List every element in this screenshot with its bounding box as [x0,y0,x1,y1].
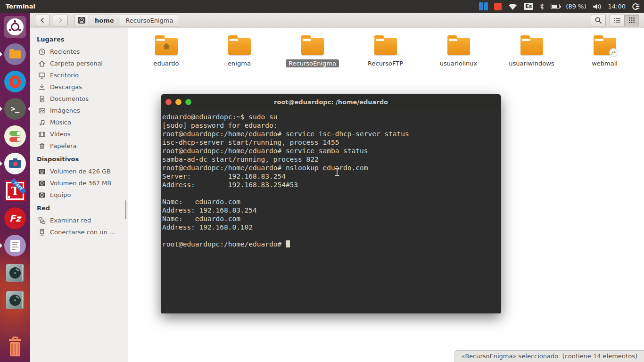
sidebar-item-volumen-426gb[interactable]: Volumen de 426 GB [30,165,128,177]
folder-icon [520,38,543,55]
list-view-icon [613,16,621,24]
terminal-window[interactable]: root@eduardopc: /home/eduardo eduardo@ed… [161,94,501,313]
battery-icon[interactable] [551,4,560,9]
sidebar-section-red: Red [30,201,128,214]
terminal-line: Address: 192.168.83.254 [162,206,257,214]
file-webmail[interactable]: webmail [568,35,641,67]
trash-icon [38,142,46,150]
sidebar-item-examinar-red[interactable]: Examinar red [30,214,128,226]
focused-app-title[interactable]: Terminal [4,3,35,10]
terminal-body[interactable]: eduardo@eduardopc:~$ sudo su [sudo] pass… [161,110,501,313]
sidebar-item-papelera[interactable]: Papelera [30,140,128,152]
sidebar-item-carpeta-personal[interactable]: Carpeta personal [30,58,128,69]
disk-icon [38,168,46,175]
breadcrumb-recursoenigma[interactable]: RecursoEnigma [120,15,180,26]
terminal-line: root@eduardopc:/home/eduardo# service is… [162,130,409,138]
fz-letters: Fz [9,213,21,223]
record-indicator-icon[interactable] [494,3,502,10]
keyboard-layout-indicator[interactable]: Es [524,3,533,10]
trash-icon [7,337,23,357]
sidebar-item-conectarse[interactable]: Conectarse con un ... [30,226,128,238]
launcher-item-files[interactable] [0,43,30,66]
wifi-icon[interactable] [508,3,518,10]
focused-indicator-arrow [28,107,30,111]
clock-icon [38,48,46,56]
sidebar-item-recientes[interactable]: Recientes [30,46,128,58]
volume-icon[interactable] [593,3,602,10]
file-usuariwindows[interactable]: usuariwindows [495,35,568,67]
desktop: Terminal Es (89 %) 14:00 >_ [0,0,644,362]
opera-browser-icon [4,71,26,92]
home-emblem-icon [162,42,171,50]
launcher-item-opera[interactable] [0,70,30,93]
sidebar-item-descargas[interactable]: Descargas [30,81,128,93]
files-icon [4,43,26,65]
folder-icon [228,38,251,55]
terminal-line: Address: 192.168.0.102 [162,223,253,231]
file-recursoftp[interactable]: RecursoFTP [349,35,422,67]
disk-icon [38,180,46,187]
mouse-cursor-ibeam [334,168,340,178]
video-icon [38,131,46,138]
disk-volume-icon [6,291,24,309]
grid-view-button[interactable] [624,15,639,26]
forward-button[interactable] [53,15,68,26]
file-enigma[interactable]: enigma [203,35,276,67]
folder-icon [447,38,470,55]
launcher-item-dash[interactable] [0,16,30,38]
launcher-item-trash[interactable] [0,337,30,357]
grid-view-icon [628,16,636,24]
running-indicator-arrow [0,52,2,57]
sidebar-item-videos[interactable]: Vídeos [30,128,128,140]
places-sidebar: Lugares Recientes Carpeta personal Escri… [30,28,128,362]
bluetooth-icon[interactable] [539,3,545,10]
terminal-line: root@eduardopc:/home/eduardo# service sa… [162,147,368,155]
clock[interactable]: 14:00 [608,3,626,10]
sidebar-item-escritorio[interactable]: Escritorio [30,69,128,81]
launcher-item-text-editor[interactable] [0,234,30,257]
system-tray: Es (89 %) 14:00 [479,2,640,11]
launcher-item-filezilla[interactable]: Fz [0,207,30,230]
close-button[interactable] [165,99,172,105]
breadcrumb-home[interactable]: home [89,15,120,26]
window-controls [165,94,191,110]
sidebar-item-musica[interactable]: Música [30,116,128,128]
sidebar-item-imagenes[interactable]: Imágenes [30,105,128,116]
launcher-item-volume-1[interactable] [0,262,30,284]
launcher-item-toggles[interactable] [0,125,30,148]
location-root-button[interactable] [74,15,89,26]
minimize-button[interactable] [175,99,182,105]
launcher-item-teamviewer[interactable]: TFREE [0,180,30,202]
launcher-item-terminal[interactable]: >_ [0,98,30,120]
sidebar-item-volumen-367mb[interactable]: Volumen de 367 MB [30,177,128,189]
sidebar-item-documentos[interactable]: Documentos [30,93,128,105]
sidebar-scrollbar[interactable] [125,200,126,219]
terminal-line: eduardo@eduardopc:~$ sudo su [162,113,277,121]
terminal-icon: >_ [4,98,26,120]
terminal-line: Name: eduardo.com [162,198,240,206]
file-usuariolinux[interactable]: usuariolinux [422,35,495,67]
pause-bars-indicator-icon[interactable] [479,2,488,10]
filezilla-icon: Fz [4,207,26,229]
folder-icon [155,38,178,55]
launcher-item-volume-2[interactable] [0,289,30,312]
disk-volume-icon [6,264,24,282]
file-eduardo[interactable]: eduardo [130,35,203,67]
breadcrumb: home RecursoEnigma [74,15,179,26]
search-button[interactable] [591,15,606,26]
back-button[interactable] [35,15,50,26]
link-emblem-icon [609,48,618,57]
folder-icon [301,38,324,55]
launcher-item-camera[interactable] [0,152,30,175]
unity-launcher: >_ TFREE Fz [0,13,30,362]
file-recursoenigma[interactable]: RecursoEnigma [276,35,349,67]
terminal-titlebar[interactable]: root@eduardopc: /home/eduardo [161,94,501,110]
running-indicator-arrow [0,243,2,248]
battery-percent: (89 %) [566,3,586,10]
sidebar-item-equipo[interactable]: Equipo [30,189,128,201]
search-icon [594,16,602,24]
session-menu-icon[interactable] [632,2,640,11]
maximize-button[interactable] [185,99,191,105]
list-view-button[interactable] [610,15,625,26]
toggles-app-icon [4,125,26,147]
